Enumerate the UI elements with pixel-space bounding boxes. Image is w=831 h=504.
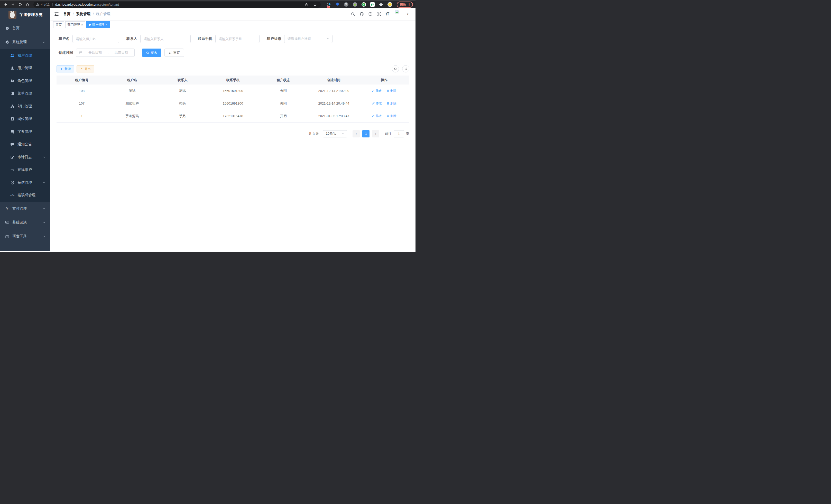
page-size-select[interactable]: 10条/页 xyxy=(323,130,347,138)
home-icon[interactable] xyxy=(24,2,30,7)
search-icon[interactable] xyxy=(351,12,355,16)
tenant-name-label: 租户名 xyxy=(59,36,69,41)
search-icon xyxy=(146,51,149,55)
breadcrumb-home[interactable]: 首页 xyxy=(63,12,70,17)
cell-status: 关闭 xyxy=(258,85,309,97)
github-icon[interactable] xyxy=(360,12,364,16)
reset-button[interactable]: 重置 xyxy=(165,49,184,57)
extension-tampermonkey-icon[interactable]: 10 xyxy=(326,2,332,7)
extension-chat-icon[interactable] xyxy=(370,2,375,7)
cell-created: 2021-01-05 17:03:47 xyxy=(309,110,359,122)
extension-y-icon[interactable]: Y xyxy=(361,2,366,7)
next-page-button[interactable]: › xyxy=(372,130,379,138)
sidebar-item-sms-management[interactable]: 短信管理 xyxy=(0,176,50,189)
tab-home[interactable]: 首页 xyxy=(53,21,64,28)
sidebar-item-menu-management[interactable]: 菜单管理 xyxy=(0,87,50,100)
sidebar-item-audit-log[interactable]: 审计日志 xyxy=(0,151,50,164)
sidebar-item-role-management[interactable]: 角色管理 xyxy=(0,75,50,87)
current-page-button[interactable]: 1 xyxy=(362,130,370,138)
reload-icon[interactable] xyxy=(17,2,23,7)
export-button[interactable]: 导出 xyxy=(77,65,94,72)
tenant-name-input[interactable] xyxy=(73,35,119,43)
refresh-table-button[interactable] xyxy=(402,65,409,72)
chevron-down-icon xyxy=(326,37,330,40)
bookmark-star-icon[interactable] xyxy=(312,2,318,7)
breadcrumb-current: 租户管理 xyxy=(96,12,111,17)
address-bar[interactable]: 不安全 dashboard.yudao.iocoder.cn/system/te… xyxy=(33,2,321,8)
date-range-picker[interactable]: 开始日期 - 结束日期 xyxy=(76,49,135,57)
close-icon[interactable]: × xyxy=(81,23,83,26)
delete-link[interactable]: 删除 xyxy=(386,89,397,93)
sidebar-item-online-users[interactable]: 在线用户 xyxy=(0,164,50,176)
extension-command-icon[interactable]: ⌘ xyxy=(343,2,349,7)
chevron-down-icon[interactable]: ▼ xyxy=(406,13,409,16)
sidebar-item-infrastructure[interactable]: 基础设施 xyxy=(0,215,50,229)
goto-page-input[interactable] xyxy=(394,130,404,138)
sidebar-item-user-management[interactable]: 用户管理 xyxy=(0,62,50,75)
sidebar-item-payment-management[interactable]: ¥ 支付管理 xyxy=(0,202,50,215)
sidebar-item-dev-tools[interactable]: 研发工具 xyxy=(0,229,50,243)
extension-puzzle-icon[interactable] xyxy=(378,2,384,7)
mobile-input[interactable] xyxy=(215,35,260,43)
sidebar-item-label: 短信管理 xyxy=(18,180,32,185)
prev-page-button[interactable]: ‹ xyxy=(352,130,360,138)
sidebar-item-dict-management[interactable]: 字典管理 xyxy=(0,125,50,138)
extension-dot-icon[interactable] xyxy=(352,2,358,7)
filter-row-1: 租户名 联系人 联系手机 租户状态 请选择租户状态 xyxy=(59,35,409,43)
sidebar-item-notice-announcement[interactable]: 通知公告 xyxy=(0,138,50,151)
font-size-icon[interactable]: tT xyxy=(386,12,389,17)
warning-icon xyxy=(36,3,39,6)
cell-operations: 修改 删除 xyxy=(359,97,409,110)
share-icon[interactable] xyxy=(303,2,309,7)
tab-dept-management[interactable]: 部门管理× xyxy=(65,21,85,28)
delete-link[interactable]: 删除 xyxy=(386,114,397,118)
breadcrumb-separator: / xyxy=(73,12,74,16)
avatar[interactable] xyxy=(394,9,404,19)
forward-icon[interactable] xyxy=(10,2,16,7)
tab-tenant-management[interactable]: 租户管理× xyxy=(86,21,110,28)
add-button[interactable]: 新增 xyxy=(57,65,74,72)
app-title: 芋道管理系统 xyxy=(20,12,42,17)
sidebar-fold-icon[interactable] xyxy=(54,11,59,17)
search-button[interactable]: 搜索 xyxy=(142,49,161,57)
contact-input[interactable] xyxy=(140,35,191,43)
edit-link[interactable]: 修改 xyxy=(372,114,382,118)
sidebar-item-error-code-management[interactable]: </> 错误码管理 xyxy=(0,189,50,202)
breadcrumb: 首页 / 系统管理 / 租户管理 xyxy=(63,12,111,17)
sidebar-item-dept-management[interactable]: 部门管理 xyxy=(0,100,50,113)
yen-icon: ¥ xyxy=(5,207,9,211)
cell-contact: 测试 xyxy=(157,85,208,97)
update-button[interactable]: 更新 ⋮ xyxy=(397,2,413,8)
sidebar-item-post-management[interactable]: 岗位管理 xyxy=(0,113,50,126)
show-search-button[interactable] xyxy=(392,65,399,72)
close-icon[interactable]: × xyxy=(106,23,107,26)
fullscreen-icon[interactable] xyxy=(377,12,381,16)
edit-link[interactable]: 修改 xyxy=(372,89,382,93)
sidebar-item-system-management[interactable]: 系统管理 xyxy=(0,35,50,49)
browser-window: 不安全 dashboard.yudao.iocoder.cn/system/te… xyxy=(0,0,416,252)
sidebar-item-label: 用户管理 xyxy=(18,66,32,70)
back-icon[interactable] xyxy=(3,2,9,7)
search-icon xyxy=(394,67,397,71)
sidebar-item-home[interactable]: 首页 xyxy=(0,21,50,35)
export-button-label: 导出 xyxy=(85,67,91,71)
tab-label: 部门管理 xyxy=(67,23,80,27)
breadcrumb-system[interactable]: 系统管理 xyxy=(76,12,90,17)
help-icon[interactable] xyxy=(368,12,373,16)
extension-emoji-avatar[interactable] xyxy=(387,2,393,7)
url-text[interactable]: dashboard.yudao.iocoder.cn/system/tenant xyxy=(55,3,303,6)
page-content: 租户名 联系人 联系手机 租户状态 请选择租户状态 xyxy=(50,29,416,251)
app-logo[interactable]: 芋道管理系统 xyxy=(0,8,50,21)
edit-link[interactable]: 修改 xyxy=(372,101,382,106)
delete-link[interactable]: 删除 xyxy=(386,101,397,106)
tenant-status-select[interactable]: 请选择租户状态 xyxy=(284,35,333,43)
kebab-menu-icon[interactable]: ⋮ xyxy=(407,3,411,7)
table-toolbar: 新增 导出 xyxy=(57,65,409,72)
sidebar-item-tenant-management[interactable]: 租户管理 xyxy=(0,49,50,62)
sidebar-item-label: 部门管理 xyxy=(18,104,32,109)
sidebar: 芋道管理系统 首页 系统管理 租户管理 用户管理 xyxy=(0,8,50,251)
extension-balloon-icon[interactable] xyxy=(335,2,340,7)
site-security[interactable]: 不安全 xyxy=(36,2,50,7)
id-badge-icon xyxy=(10,117,15,121)
gear-icon xyxy=(5,40,9,44)
